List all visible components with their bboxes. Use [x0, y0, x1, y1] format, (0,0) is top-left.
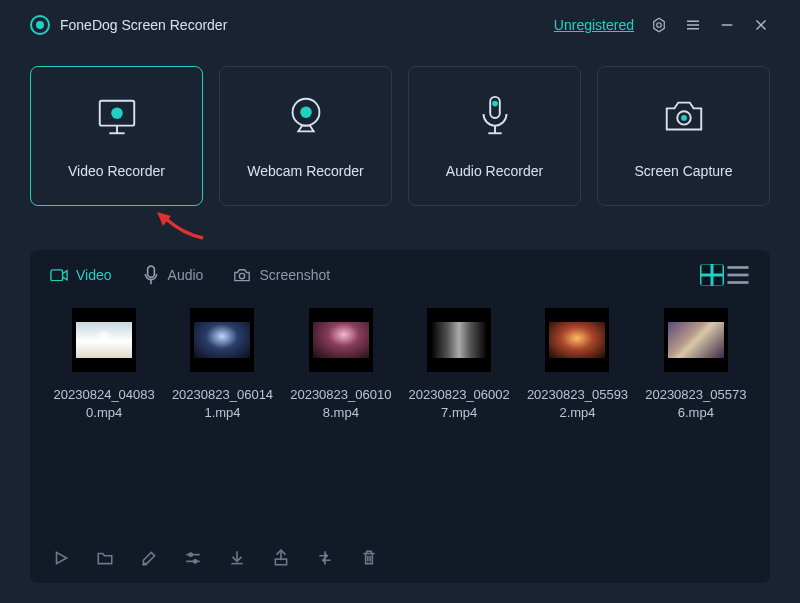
file-toolbar: [30, 533, 770, 583]
svg-point-35: [194, 560, 197, 563]
file-thumbnail: [545, 308, 609, 372]
audio-tab-icon: [142, 268, 160, 282]
svg-point-19: [681, 115, 687, 121]
sliders-button[interactable]: [184, 549, 202, 567]
close-icon[interactable]: [752, 16, 770, 34]
svg-point-23: [240, 273, 245, 278]
tab-label: Audio: [168, 267, 204, 283]
file-thumbnail: [427, 308, 491, 372]
mode-label: Webcam Recorder: [247, 163, 363, 179]
svg-rect-21: [147, 266, 154, 277]
file-name: 20230823_055736.mp4: [642, 386, 750, 422]
webcam-icon: [283, 93, 329, 139]
monitor-record-icon: [94, 93, 140, 139]
folder-button[interactable]: [96, 549, 114, 567]
mode-webcam-recorder[interactable]: Webcam Recorder: [219, 66, 392, 206]
file-grid: 20230824_040830.mp4 20230823_060141.mp4 …: [30, 300, 770, 533]
svg-rect-24: [702, 265, 711, 274]
svg-rect-27: [714, 277, 723, 286]
svg-point-11: [111, 107, 123, 119]
file-name: 20230823_060141.mp4: [168, 386, 276, 422]
play-button[interactable]: [52, 549, 70, 567]
header: FoneDog Screen Recorder Unregistered: [0, 0, 800, 50]
mode-video-recorder[interactable]: Video Recorder: [30, 66, 203, 206]
mode-label: Audio Recorder: [446, 163, 543, 179]
svg-marker-0: [654, 18, 665, 32]
svg-point-15: [492, 101, 498, 107]
camera-icon: [661, 93, 707, 139]
file-name: 20230823_055932.mp4: [523, 386, 631, 422]
svg-point-33: [189, 553, 192, 556]
file-item[interactable]: 20230823_060108.mp4: [287, 308, 395, 422]
file-thumbnail: [309, 308, 373, 372]
microphone-icon: [472, 93, 518, 139]
file-thumbnail: [664, 308, 728, 372]
view-grid-button[interactable]: [700, 264, 724, 286]
edit-button[interactable]: [140, 549, 158, 567]
app-logo-icon: [30, 15, 50, 35]
file-panel: Video Audio Screenshot: [30, 250, 770, 583]
mode-label: Screen Capture: [634, 163, 732, 179]
tab-audio[interactable]: Audio: [142, 267, 204, 283]
menu-icon[interactable]: [684, 16, 702, 34]
svg-rect-20: [51, 270, 63, 281]
mode-audio-recorder[interactable]: Audio Recorder: [408, 66, 581, 206]
view-list-button[interactable]: [726, 264, 750, 286]
svg-point-13: [300, 106, 312, 118]
video-tab-icon: [50, 268, 68, 282]
svg-rect-14: [490, 97, 500, 118]
minimize-icon[interactable]: [718, 16, 736, 34]
file-item[interactable]: 20230823_055736.mp4: [642, 308, 750, 422]
file-item[interactable]: 20230824_040830.mp4: [50, 308, 158, 422]
svg-point-1: [657, 23, 662, 28]
tab-screenshot[interactable]: Screenshot: [233, 267, 330, 283]
file-thumbnail: [72, 308, 136, 372]
convert-button[interactable]: [316, 549, 334, 567]
file-name: 20230823_060108.mp4: [287, 386, 395, 422]
registration-status-link[interactable]: Unregistered: [554, 17, 634, 33]
file-item[interactable]: 20230823_060027.mp4: [405, 308, 513, 422]
app-title: FoneDog Screen Recorder: [60, 17, 227, 33]
download-button[interactable]: [228, 549, 246, 567]
file-item[interactable]: 20230823_055932.mp4: [523, 308, 631, 422]
tab-label: Video: [76, 267, 112, 283]
settings-gear-icon[interactable]: [650, 16, 668, 34]
file-thumbnail: [190, 308, 254, 372]
tab-video[interactable]: Video: [50, 267, 112, 283]
export-button[interactable]: [272, 549, 290, 567]
mode-screen-capture[interactable]: Screen Capture: [597, 66, 770, 206]
file-item[interactable]: 20230823_060141.mp4: [168, 308, 276, 422]
delete-button[interactable]: [360, 549, 378, 567]
mode-selector: Video Recorder Webcam Recorder Audio Rec…: [0, 50, 800, 218]
screenshot-tab-icon: [233, 268, 251, 282]
mode-label: Video Recorder: [68, 163, 165, 179]
file-name: 20230824_040830.mp4: [50, 386, 158, 422]
file-name: 20230823_060027.mp4: [405, 386, 513, 422]
tab-label: Screenshot: [259, 267, 330, 283]
svg-rect-26: [702, 277, 711, 286]
svg-rect-25: [714, 265, 723, 274]
